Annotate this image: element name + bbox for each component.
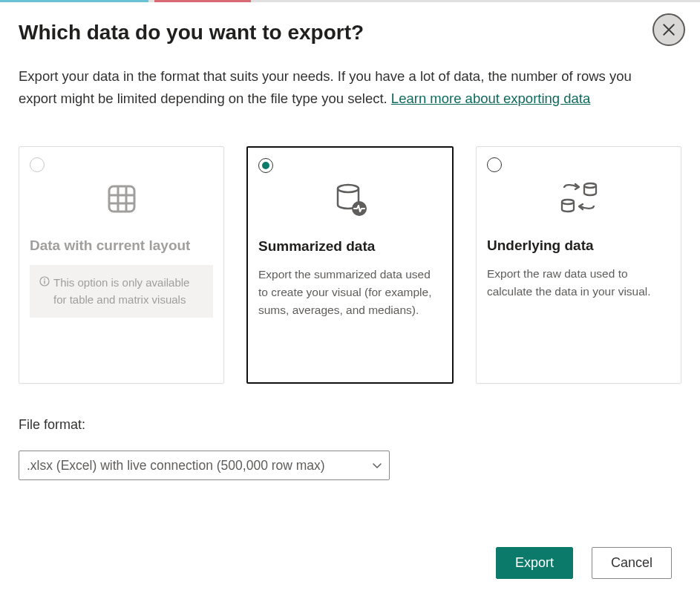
svg-rect-0 [109,186,134,212]
option-current-layout: Data with current layout This option is … [19,146,224,384]
close-button[interactable] [652,13,685,46]
export-options: Data with current layout This option is … [19,146,681,384]
table-icon [30,178,213,219]
export-dialog: Which data do you want to export? Export… [0,2,700,499]
option-description: Export the raw data used to calculate th… [487,265,670,301]
info-icon [39,274,50,309]
dialog-title: Which data do you want to export? [19,21,681,45]
cancel-button[interactable]: Cancel [592,547,672,579]
file-format-label: File format: [19,417,681,433]
database-transfer-icon [487,178,670,219]
option-title: Underlying data [487,238,670,254]
radio-summarized-data[interactable] [258,158,273,173]
option-underlying-data[interactable]: Underlying data Export the raw data used… [476,146,681,384]
export-button[interactable]: Export [496,547,573,579]
option-title: Summarized data [258,238,442,255]
svg-point-10 [584,183,596,188]
file-format-select-wrap: .xlsx (Excel) with live connection (500,… [19,451,390,480]
option-info-box: This option is only available for table … [30,265,213,318]
radio-current-layout [30,157,45,172]
svg-point-11 [562,200,574,204]
learn-more-link[interactable]: Learn more about exporting data [391,91,590,106]
option-summarized-data[interactable]: Summarized data Export the summarized da… [246,146,454,384]
close-icon [662,23,676,36]
file-format-select[interactable]: .xlsx (Excel) with live connection (500,… [19,451,390,480]
option-description: Export the summarized data used to creat… [258,266,442,319]
dialog-description: Export your data in the format that suit… [19,65,664,109]
svg-rect-6 [44,278,45,280]
svg-point-8 [338,185,359,192]
radio-underlying-data[interactable] [487,157,502,172]
svg-rect-7 [44,281,45,284]
dialog-footer: Export Cancel [496,547,672,579]
option-title: Data with current layout [30,238,213,254]
database-activity-icon [258,179,442,220]
